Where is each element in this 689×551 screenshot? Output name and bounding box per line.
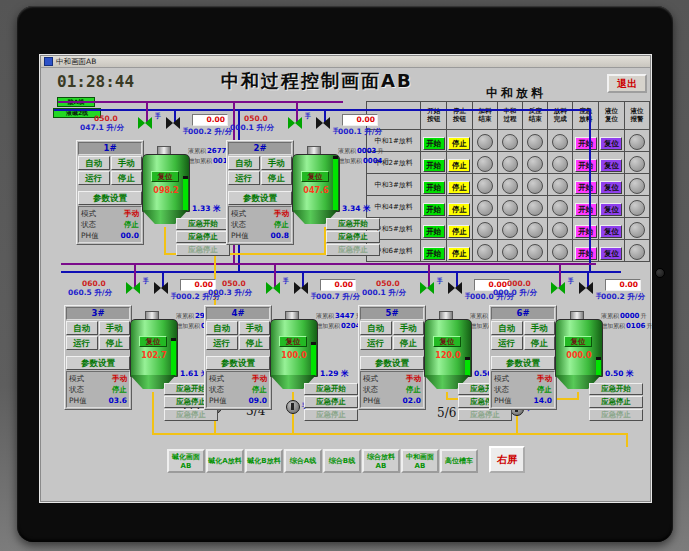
tank-reset-button[interactable]: 复位 — [279, 336, 307, 347]
acc1-label: 液累积 — [188, 147, 206, 154]
auto-button[interactable]: 自动 — [206, 321, 238, 335]
row-level-reset-button[interactable]: 复位 — [600, 247, 622, 260]
row-start-button[interactable]: 开始 — [423, 159, 445, 172]
run-button[interactable]: 运行 — [360, 336, 392, 350]
manual-button[interactable]: 手动 — [111, 156, 143, 170]
tank-body: 复位 100.0 — [270, 319, 318, 377]
row-start-button[interactable]: 开始 — [423, 203, 445, 216]
row-level-reset-button[interactable]: 复位 — [600, 181, 622, 194]
tank-body: 复位 120.0 — [424, 319, 472, 377]
manual-button[interactable]: 手动 — [393, 321, 425, 335]
row-stop-button[interactable]: 停止 — [448, 181, 470, 194]
emergency-stop-dim-button[interactable]: 应急停止 — [304, 409, 358, 421]
params-button[interactable]: 参数设置 — [491, 356, 555, 370]
emergency-start-button[interactable]: 应急开始 — [589, 383, 643, 395]
stop-button[interactable]: 停止 — [393, 336, 425, 350]
params-button[interactable]: 参数设置 — [206, 356, 270, 370]
status-lamp — [552, 178, 568, 194]
row-level-reset-button[interactable]: 复位 — [600, 203, 622, 216]
tank-value: 000.0 — [556, 351, 602, 360]
inlet-valve-black-icon — [316, 117, 330, 129]
status-lamp — [477, 134, 493, 150]
manual-button[interactable]: 手动 — [99, 321, 131, 335]
row-emergency-discharge-button[interactable]: 开始 — [575, 137, 597, 150]
params-button[interactable]: 参数设置 — [66, 356, 130, 370]
emergency-stop-button[interactable]: 应急停止 — [589, 396, 643, 408]
accumulator-readout: 液累积0003升 增加累积0004升 — [338, 146, 389, 166]
nav-button[interactable]: 高位槽车 — [440, 449, 478, 473]
auto-button[interactable]: 自动 — [228, 156, 260, 170]
tank-reset-button[interactable]: 复位 — [301, 171, 329, 182]
row-level-reset-button[interactable]: 复位 — [600, 159, 622, 172]
tank-reset-button[interactable]: 复位 — [151, 171, 179, 182]
row-level-reset-button[interactable]: 复位 — [600, 137, 622, 150]
row-stop-button[interactable]: 停止 — [448, 159, 470, 172]
auto-button[interactable]: 自动 — [491, 321, 523, 335]
row-stop-button[interactable]: 停止 — [448, 203, 470, 216]
row-emergency-discharge-button[interactable]: 开始 — [575, 159, 597, 172]
run-button[interactable]: 运行 — [66, 336, 98, 350]
auto-button[interactable]: 自动 — [360, 321, 392, 335]
manual-button[interactable]: 手动 — [261, 156, 293, 170]
row-emergency-discharge-button[interactable]: 开始 — [575, 247, 597, 260]
row-stop-button[interactable]: 停止 — [448, 137, 470, 150]
params-button[interactable]: 参数设置 — [360, 356, 424, 370]
run-button[interactable]: 运行 — [228, 171, 260, 185]
tank-reset-button[interactable]: 复位 — [433, 336, 461, 347]
row-emergency-discharge-button[interactable]: 开始 — [575, 181, 597, 194]
nav-button[interactable]: 碱化画面AB — [167, 449, 205, 473]
nav-button[interactable]: 综合A线 — [284, 449, 322, 473]
emergency-stop-dim-button[interactable]: 应急停止 — [176, 244, 230, 256]
row-stop-button[interactable]: 停止 — [448, 247, 470, 260]
row-start-button[interactable]: 开始 — [423, 181, 445, 194]
emergency-stop-button[interactable]: 应急停止 — [304, 396, 358, 408]
stop-button[interactable]: 停止 — [111, 171, 143, 185]
params-button[interactable]: 参数设置 — [228, 191, 292, 205]
nav-button[interactable]: 碱化B放料 — [245, 449, 283, 473]
auto-button[interactable]: 自动 — [66, 321, 98, 335]
emergency-stop-button[interactable]: 应急停止 — [326, 231, 380, 243]
run-button[interactable]: 运行 — [491, 336, 523, 350]
mode-value: 手动 — [274, 208, 289, 219]
row-stop-button[interactable]: 停止 — [448, 225, 470, 238]
row-start-button[interactable]: 开始 — [423, 225, 445, 238]
stop-button[interactable]: 停止 — [239, 336, 271, 350]
flow-actual: 000.3 升/分 — [208, 288, 252, 298]
nav-button[interactable]: 综合放料AB — [362, 449, 400, 473]
reactor-unit-2#: 050.0 000.1 升/分 手 手 0.00 000.1 升/分 2# 自动… — [226, 114, 386, 264]
exit-button[interactable]: 退出 — [607, 74, 647, 93]
nav-button[interactable]: 中和画面AB — [401, 449, 439, 473]
row-emergency-discharge-button[interactable]: 开始 — [575, 225, 597, 238]
row-start-button[interactable]: 开始 — [423, 137, 445, 150]
manual-button[interactable]: 手动 — [524, 321, 556, 335]
state-label: 状态 — [81, 219, 96, 230]
status-lamp — [502, 244, 518, 260]
manual-button[interactable]: 手动 — [239, 321, 271, 335]
emergency-start-button[interactable]: 应急开始 — [326, 218, 380, 230]
stop-button[interactable]: 停止 — [99, 336, 131, 350]
emergency-start-button[interactable]: 应急开始 — [304, 383, 358, 395]
nav-button[interactable]: 综合B线 — [323, 449, 361, 473]
status-lamp — [629, 244, 645, 260]
params-button[interactable]: 参数设置 — [78, 191, 142, 205]
stop-button[interactable]: 停止 — [261, 171, 293, 185]
row-emergency-discharge-button[interactable]: 开始 — [575, 203, 597, 216]
emergency-stop-dim-button[interactable]: 应急停止 — [589, 409, 643, 421]
window-titlebar[interactable]: 中和画面AB — [41, 56, 650, 68]
stop-button[interactable]: 停止 — [524, 336, 556, 350]
row-level-reset-button[interactable]: 复位 — [600, 225, 622, 238]
emergency-stop-dim-button[interactable]: 应急停止 — [326, 244, 380, 256]
run-button[interactable]: 运行 — [78, 171, 110, 185]
ph-label: PH值 — [363, 395, 381, 406]
emergency-stop-button[interactable]: 应急停止 — [176, 231, 230, 243]
status-lamp — [502, 156, 518, 172]
status-lamp — [527, 134, 543, 150]
nav-button[interactable]: 碱化A放料 — [206, 449, 244, 473]
emergency-start-button[interactable]: 应急开始 — [176, 218, 230, 230]
tank-reset-button[interactable]: 复位 — [564, 336, 592, 347]
row-start-button[interactable]: 开始 — [423, 247, 445, 260]
right-screen-button[interactable]: 右屏 — [489, 446, 525, 473]
tank-reset-button[interactable]: 复位 — [139, 336, 167, 347]
auto-button[interactable]: 自动 — [78, 156, 110, 170]
run-button[interactable]: 运行 — [206, 336, 238, 350]
